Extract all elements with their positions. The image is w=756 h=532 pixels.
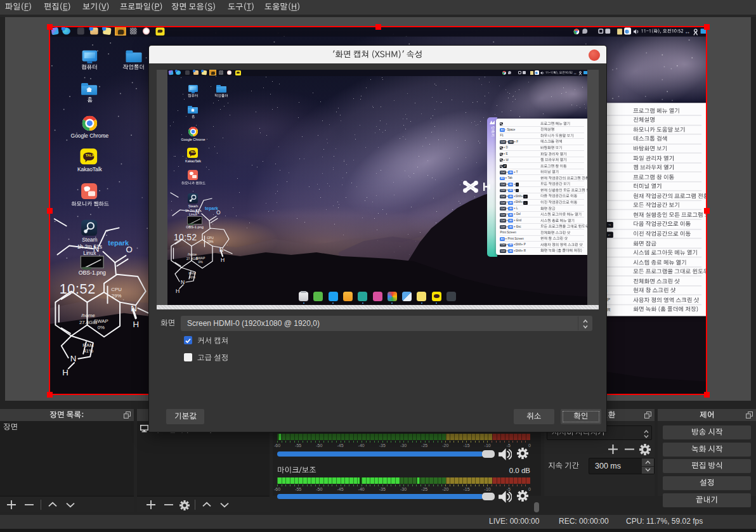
svg-text:N: N — [219, 247, 223, 253]
svg-text:H: H — [62, 368, 68, 377]
svg-text:N: N — [181, 279, 185, 285]
svg-text:N: N — [131, 304, 137, 313]
svg-text:H: H — [133, 320, 139, 329]
svg-text:N: N — [70, 354, 77, 363]
svg-text:H: H — [221, 257, 225, 263]
svg-text:H: H — [176, 288, 179, 294]
